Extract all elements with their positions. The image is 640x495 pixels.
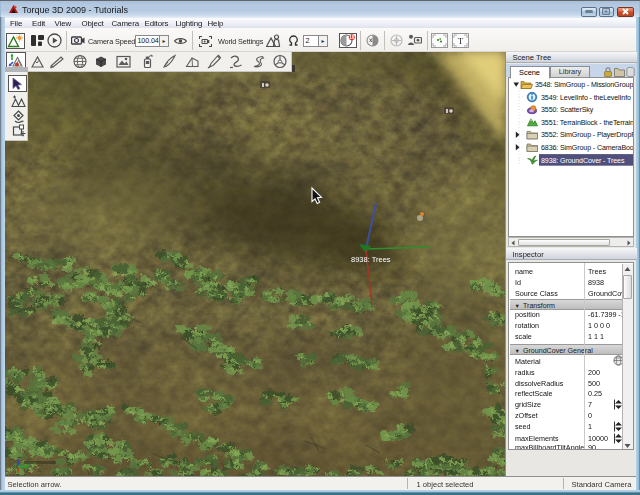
svg-text:6836: SimGroup - CameraBook: 6836: SimGroup - CameraBook <box>541 144 633 152</box>
svg-text:3548: SimGroup - MissionGroup: 3548: SimGroup - MissionGroup <box>535 81 633 89</box>
svg-text:3550: ScatterSky: 3550: ScatterSky <box>541 106 594 114</box>
svg-text:8938: Trees: 8938: Trees <box>351 255 391 264</box>
svg-text:3549: LevelInfo - theLevelInfo: 3549: LevelInfo - theLevelInfo <box>541 94 631 102</box>
svg-text:3551: TerrainBlock - theTerrai: 3551: TerrainBlock - theTerrain <box>541 119 633 127</box>
svg-text:10: 10 <box>349 35 355 40</box>
svg-text:8938: GroundCover - Trees: 8938: GroundCover - Trees <box>541 157 625 165</box>
svg-text:T: T <box>457 36 463 46</box>
svg-text:3552: SimGroup - PlayerDropP: 3552: SimGroup - PlayerDropP <box>541 131 633 139</box>
